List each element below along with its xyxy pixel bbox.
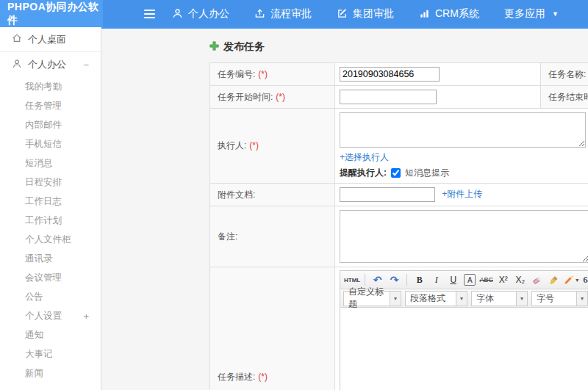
plus-icon xyxy=(209,41,219,53)
user-icon xyxy=(172,8,183,19)
table-row: 执行人:(*) +选择执行人 提醒执行人: 短消息提示 xyxy=(210,109,588,184)
paragraph-format-select[interactable]: 段落格式 xyxy=(405,291,467,306)
font-family-select[interactable]: 字体 xyxy=(471,291,528,306)
underline-button[interactable]: U xyxy=(445,272,461,287)
chevron-down-icon xyxy=(516,292,527,306)
app-logo: PHPOA协同办公软件 xyxy=(0,0,103,27)
blockquote-button[interactable]: 66 xyxy=(580,272,588,287)
table-row: 任务编号:(*) 任务名称:(*) xyxy=(210,63,588,86)
sidebar-item-file-cabinet[interactable]: 个人文件柜 xyxy=(0,230,101,249)
sidebar-item-internal-mail[interactable]: 内部邮件 xyxy=(0,115,101,134)
table-row: 任务描述:(*) HTML ↶ ↷ B I U A xyxy=(210,267,588,390)
nav-more-apps[interactable]: 更多应用 ▼ xyxy=(492,0,571,27)
user-icon xyxy=(12,59,22,71)
highlight-pen-icon[interactable]: ▾ xyxy=(563,272,578,287)
remind-executor-label: 提醒执行人: xyxy=(340,167,387,179)
edit-square-icon xyxy=(337,8,348,19)
sms-notify-checkbox[interactable] xyxy=(391,168,401,178)
custom-heading-select[interactable]: 自定义标题 xyxy=(343,291,401,306)
font-border-button[interactable]: A xyxy=(464,274,476,286)
sidebar-item-personal-settings[interactable]: 个人设置 + xyxy=(0,306,101,325)
sidebar-item-attendance[interactable]: 我的考勤 xyxy=(0,77,101,96)
select-executor-link[interactable]: +选择执行人 xyxy=(340,151,389,164)
format-brush-icon[interactable] xyxy=(546,272,562,287)
strikethrough-button[interactable]: ABC xyxy=(478,272,494,287)
nav-process-approval[interactable]: 流程审批 xyxy=(242,0,324,27)
sidebar-item-personal-office[interactable]: 个人办公 − xyxy=(0,52,101,77)
sidebar-item-desktop[interactable]: 个人桌面 xyxy=(0,27,101,52)
table-row: 备注: xyxy=(210,206,588,267)
executor-textarea[interactable] xyxy=(340,112,586,148)
table-row: 任务开始时间:(*) 任务结束时间:(*) xyxy=(210,86,588,109)
task-number-input[interactable] xyxy=(340,67,440,82)
sidebar-item-sms[interactable]: 手机短信 xyxy=(0,134,101,154)
font-size-select[interactable]: 字号 xyxy=(531,291,588,306)
remark-textarea[interactable] xyxy=(340,210,588,263)
attachment-label: 附件文档: xyxy=(218,189,255,200)
topbar: PHPOA协同办公软件 个人办公 流程审批 集团审批 CRM系统 xyxy=(0,0,588,27)
chevron-down-icon xyxy=(390,292,401,306)
editor-toolbar-row-2: 自定义标题 段落格式 字体 字号 xyxy=(340,289,588,308)
superscript-button[interactable]: X² xyxy=(495,272,511,287)
sidebar-item-work-plan[interactable]: 工作计划 xyxy=(0,211,101,230)
attachment-input[interactable] xyxy=(340,187,435,202)
task-number-label: 任务编号: xyxy=(218,69,255,79)
page-title: 发布任务 xyxy=(209,40,588,54)
editor-content-area[interactable] xyxy=(340,308,588,390)
home-icon xyxy=(12,33,22,46)
start-time-label: 任务开始时间: xyxy=(218,92,273,102)
nav-personal-office[interactable]: 个人办公 xyxy=(159,0,242,27)
html-source-button[interactable]: HTML xyxy=(344,272,360,287)
sidebar-item-schedule[interactable]: 日程安排 xyxy=(0,173,101,192)
remove-format-icon[interactable] xyxy=(529,272,545,287)
menu-icon[interactable] xyxy=(140,5,159,23)
undo-icon[interactable]: ↶ xyxy=(370,272,385,287)
collapse-icon[interactable]: − xyxy=(83,59,89,71)
sidebar-item-short-message[interactable]: 短消息 xyxy=(0,154,101,173)
sidebar-item-task-management[interactable]: 任务管理 xyxy=(0,96,101,115)
chevron-down-icon: ▼ xyxy=(552,10,559,18)
bold-button[interactable]: B xyxy=(412,272,427,287)
subscript-button[interactable]: X₂ xyxy=(512,272,528,287)
sidebar-item-work-log[interactable]: 工作日志 xyxy=(0,192,101,211)
chevron-down-icon: ▾ xyxy=(576,277,578,284)
sidebar-item-meeting[interactable]: 会议管理 xyxy=(0,268,101,287)
redo-icon[interactable]: ↷ xyxy=(387,272,402,287)
nav-group-approval[interactable]: 集团审批 xyxy=(324,0,406,27)
attachment-upload-link[interactable]: +附件上传 xyxy=(442,189,482,199)
sidebar: 个人桌面 个人办公 − 我的考勤 任务管理 内部邮件 手机短信 短消息 日程安排… xyxy=(0,27,101,390)
task-name-label: 任务名称: xyxy=(548,69,586,79)
rich-text-editor: HTML ↶ ↷ B I U A ABC X² X₂ xyxy=(340,270,588,390)
chevron-down-icon xyxy=(576,292,587,306)
sidebar-item-events[interactable]: 大事记 xyxy=(0,344,101,364)
nav-crm[interactable]: CRM系统 xyxy=(406,0,492,27)
publish-task-form: 任务编号:(*) 任务名称:(*) 任务开始时间:(*) 任务结束时间:(*) … xyxy=(209,62,588,390)
process-approval-icon xyxy=(254,8,265,19)
sidebar-item-news[interactable]: 新闻 xyxy=(0,364,101,383)
end-time-label: 任务结束时间: xyxy=(548,92,588,102)
sidebar-item-announcement[interactable]: 公告 xyxy=(0,287,101,306)
sidebar-item-notification[interactable]: 通知 xyxy=(0,325,101,344)
main-content: 发布任务 任务编号:(*) 任务名称:(*) 任务开始时间:(*) 任务结束时间… xyxy=(101,27,588,390)
task-description-label: 任务描述: xyxy=(218,372,255,382)
start-time-input[interactable] xyxy=(340,90,437,104)
sidebar-item-contacts[interactable]: 通讯录 xyxy=(0,249,101,268)
executor-label: 执行人: xyxy=(218,140,246,151)
top-nav: 个人办公 流程审批 集团审批 CRM系统 更多应用 ▼ xyxy=(103,0,588,27)
remark-label: 备注: xyxy=(218,231,237,242)
table-row: 附件文档: +附件上传 xyxy=(210,184,588,206)
chevron-down-icon xyxy=(456,292,467,306)
bar-chart-icon xyxy=(419,8,430,19)
italic-button[interactable]: I xyxy=(429,272,444,287)
sms-notify-label: 短消息提示 xyxy=(405,167,449,179)
expand-icon[interactable]: + xyxy=(83,311,89,322)
